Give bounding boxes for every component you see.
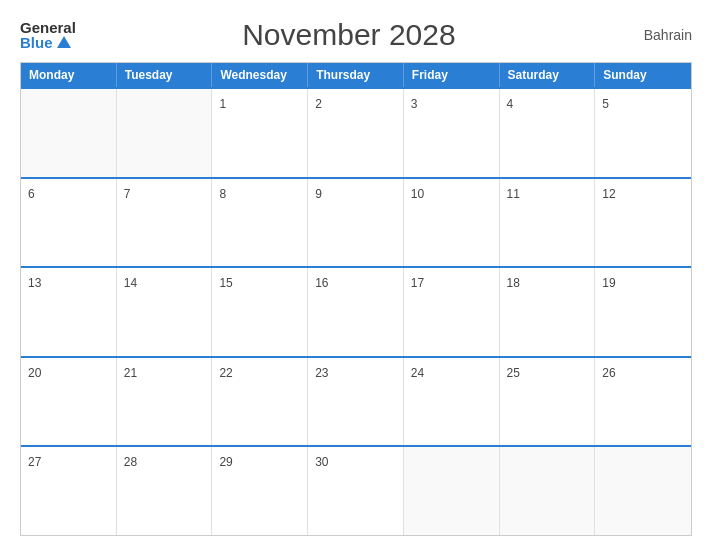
header-sunday: Sunday (595, 63, 691, 87)
day-number: 23 (315, 366, 328, 380)
calendar-cell: 20 (21, 358, 117, 446)
week-row-4: 20212223242526 (21, 356, 691, 446)
calendar-cell: 3 (404, 89, 500, 177)
calendar-cell: 21 (117, 358, 213, 446)
calendar-body: 1234567891011121314151617181920212223242… (21, 87, 691, 535)
day-number: 21 (124, 366, 137, 380)
calendar: Monday Tuesday Wednesday Thursday Friday… (20, 62, 692, 536)
logo-triangle-icon (57, 36, 71, 48)
day-number: 29 (219, 455, 232, 469)
header: General Blue November 2028 Bahrain (20, 18, 692, 52)
calendar-cell: 5 (595, 89, 691, 177)
calendar-cell: 30 (308, 447, 404, 535)
logo: General Blue (20, 20, 76, 50)
day-number: 11 (507, 187, 520, 201)
logo-blue-text: Blue (20, 35, 71, 50)
day-number: 1 (219, 97, 226, 111)
calendar-cell: 22 (212, 358, 308, 446)
calendar-cell (21, 89, 117, 177)
day-number: 7 (124, 187, 131, 201)
day-number: 18 (507, 276, 520, 290)
header-saturday: Saturday (500, 63, 596, 87)
header-friday: Friday (404, 63, 500, 87)
calendar-cell: 7 (117, 179, 213, 267)
day-number: 13 (28, 276, 41, 290)
calendar-cell: 15 (212, 268, 308, 356)
calendar-cell: 18 (500, 268, 596, 356)
header-wednesday: Wednesday (212, 63, 308, 87)
day-number: 28 (124, 455, 137, 469)
calendar-cell: 23 (308, 358, 404, 446)
calendar-cell: 24 (404, 358, 500, 446)
day-number: 5 (602, 97, 609, 111)
day-number: 20 (28, 366, 41, 380)
calendar-cell: 17 (404, 268, 500, 356)
day-number: 25 (507, 366, 520, 380)
calendar-header-row: Monday Tuesday Wednesday Thursday Friday… (21, 63, 691, 87)
calendar-cell: 6 (21, 179, 117, 267)
day-number: 15 (219, 276, 232, 290)
calendar-cell: 2 (308, 89, 404, 177)
week-row-1: 12345 (21, 87, 691, 177)
calendar-cell: 29 (212, 447, 308, 535)
day-number: 17 (411, 276, 424, 290)
week-row-2: 6789101112 (21, 177, 691, 267)
day-number: 10 (411, 187, 424, 201)
day-number: 3 (411, 97, 418, 111)
day-number: 19 (602, 276, 615, 290)
calendar-cell (500, 447, 596, 535)
calendar-cell (117, 89, 213, 177)
page: General Blue November 2028 Bahrain Monda… (0, 0, 712, 550)
day-number: 27 (28, 455, 41, 469)
calendar-cell: 11 (500, 179, 596, 267)
calendar-cell: 25 (500, 358, 596, 446)
day-number: 6 (28, 187, 35, 201)
calendar-cell: 26 (595, 358, 691, 446)
calendar-cell: 1 (212, 89, 308, 177)
calendar-cell: 8 (212, 179, 308, 267)
calendar-cell: 27 (21, 447, 117, 535)
day-number: 8 (219, 187, 226, 201)
day-number: 14 (124, 276, 137, 290)
calendar-cell: 12 (595, 179, 691, 267)
country-label: Bahrain (622, 27, 692, 43)
logo-general-text: General (20, 20, 76, 35)
header-monday: Monday (21, 63, 117, 87)
calendar-cell: 13 (21, 268, 117, 356)
calendar-cell: 14 (117, 268, 213, 356)
day-number: 2 (315, 97, 322, 111)
calendar-cell: 28 (117, 447, 213, 535)
day-number: 22 (219, 366, 232, 380)
day-number: 26 (602, 366, 615, 380)
day-number: 9 (315, 187, 322, 201)
header-thursday: Thursday (308, 63, 404, 87)
day-number: 4 (507, 97, 514, 111)
calendar-cell: 16 (308, 268, 404, 356)
header-tuesday: Tuesday (117, 63, 213, 87)
day-number: 30 (315, 455, 328, 469)
calendar-cell (595, 447, 691, 535)
day-number: 24 (411, 366, 424, 380)
calendar-cell: 19 (595, 268, 691, 356)
calendar-cell: 10 (404, 179, 500, 267)
day-number: 12 (602, 187, 615, 201)
calendar-cell: 4 (500, 89, 596, 177)
calendar-cell: 9 (308, 179, 404, 267)
calendar-cell (404, 447, 500, 535)
calendar-title: November 2028 (76, 18, 622, 52)
day-number: 16 (315, 276, 328, 290)
week-row-5: 27282930 (21, 445, 691, 535)
week-row-3: 13141516171819 (21, 266, 691, 356)
